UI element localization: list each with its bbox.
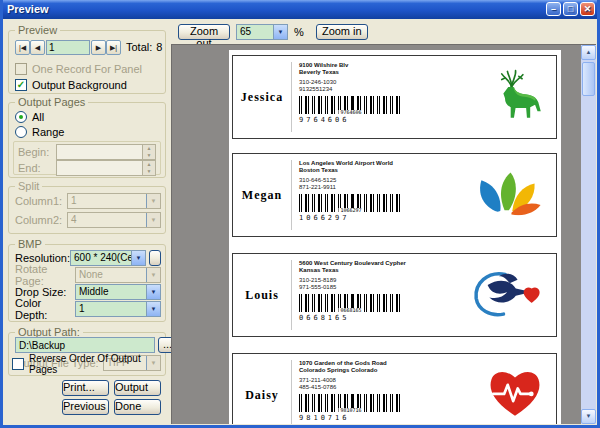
split-column2-combo[interactable]: 4 ▼ <box>67 212 161 228</box>
chevron-down-icon[interactable]: ▼ <box>146 213 160 227</box>
zoom-toolbar: Zoom out 65 ▼ % Zoom in <box>170 20 596 44</box>
card-phone2: 971-555-0185 <box>299 284 449 291</box>
card-address-line1: 1070 Garden of the Gods Road <box>299 360 449 367</box>
color-depth-combo[interactable]: 1 ▼ <box>75 301 161 317</box>
zoom-level-combo[interactable]: 65 ▼ <box>236 24 288 40</box>
barcode: 0668165 <box>299 294 403 312</box>
label-card[interactable]: Daisy 1070 Garden of the Gods Road Color… <box>232 353 557 424</box>
print-button[interactable]: Print... <box>62 380 109 396</box>
end-down-icon[interactable]: ▼ <box>143 168 155 175</box>
card-phone1: 310-215-8189 <box>299 277 449 284</box>
barcode: 1066297 <box>299 194 403 212</box>
begin-down-icon[interactable]: ▼ <box>143 152 155 159</box>
all-radio[interactable] <box>15 111 27 123</box>
vertical-scrollbar[interactable]: ▲ ▼ <box>581 45 596 424</box>
record-number-input[interactable] <box>46 40 90 55</box>
begin-spinner[interactable]: ▲▼ <box>56 144 156 160</box>
barcode-digits: 0668165 <box>299 314 449 322</box>
minimize-icon[interactable]: – <box>546 2 561 16</box>
chevron-down-icon[interactable]: ▼ <box>146 194 160 208</box>
bmp-group-label: BMP <box>15 238 45 250</box>
range-radio[interactable] <box>15 126 27 138</box>
drop-size-combo[interactable]: Middle ▼ <box>75 284 161 300</box>
divider <box>291 160 292 230</box>
output-pages-group-label: Output Pages <box>15 96 88 108</box>
card-address-line2: Boston Texas <box>299 167 449 174</box>
scroll-thumb[interactable] <box>582 62 595 96</box>
card-address-line1: 9100 Wilshire Blv <box>299 62 449 69</box>
resolution-settings-button[interactable] <box>149 250 161 266</box>
label-card[interactable]: Louis 5600 West Century Boulevard Cypher… <box>232 253 557 337</box>
card-name: Louis <box>233 254 291 336</box>
chevron-down-icon[interactable]: ▼ <box>273 25 287 39</box>
card-name: Megan <box>233 154 291 236</box>
card-address-line1: Los Angeles World Airport World <box>299 160 449 167</box>
output-background-label: Output Background <box>32 79 127 91</box>
reverse-order-checkbox[interactable] <box>12 358 24 370</box>
scroll-up-icon[interactable]: ▲ <box>581 45 596 60</box>
percent-label: % <box>294 26 304 38</box>
heart-pulse-icon <box>486 367 544 424</box>
barcode-digits: 9764606 <box>299 116 449 124</box>
close-icon[interactable]: ✕ <box>580 2 595 16</box>
nav-first-button[interactable]: |◀ <box>15 40 30 55</box>
label-card[interactable]: Jessica 9100 Wilshire Blv Beverly Texas … <box>232 55 557 139</box>
split-group-label: Split <box>15 180 42 192</box>
dove-heart-icon <box>470 268 544 322</box>
color-depth-label: Color Depth: <box>15 297 75 321</box>
card-phone1: 310-246-1030 <box>299 79 449 86</box>
split-column1-combo[interactable]: 1 ▼ <box>67 193 161 209</box>
chevron-down-icon[interactable]: ▼ <box>146 302 160 316</box>
output-button[interactable]: Output <box>114 380 161 396</box>
barcode: 9764606 <box>299 96 403 114</box>
card-address-line2: Kansas Texas <box>299 267 449 274</box>
previous-button[interactable]: Previous <box>62 399 109 415</box>
nav-last-button[interactable]: ▶| <box>106 40 121 55</box>
output-background-checkbox[interactable]: ✓ <box>15 79 27 91</box>
window-title: Preview <box>7 3 49 15</box>
label-card[interactable]: Megan Los Angeles World Airport World Bo… <box>232 153 557 237</box>
card-info: Los Angeles World Airport World Boston T… <box>299 160 449 222</box>
chevron-down-icon[interactable]: ▼ <box>146 285 160 299</box>
preview-viewport[interactable]: Jessica 9100 Wilshire Blv Beverly Texas … <box>171 44 596 424</box>
scroll-down-icon[interactable]: ▼ <box>581 409 596 424</box>
zoom-out-button[interactable]: Zoom out <box>178 24 230 40</box>
color-flower-icon <box>472 171 544 220</box>
end-spinner[interactable]: ▲▼ <box>56 160 156 176</box>
barcode-digits: 9810716 <box>299 414 449 422</box>
split-column1-label: Column1: <box>15 195 67 207</box>
one-record-checkbox[interactable] <box>15 63 27 75</box>
split-column2-label: Column2: <box>15 214 67 226</box>
card-phone2: 9132551234 <box>299 86 449 93</box>
preview-window: Preview – □ ✕ Preview |◀ ◀ ▶ ▶| Total: 8… <box>0 0 600 428</box>
chevron-down-icon[interactable]: ▼ <box>131 251 145 265</box>
card-phone1: 310-646-5125 <box>299 177 449 184</box>
range-box: Begin: ▲▼ End: ▲▼ <box>13 141 161 175</box>
barcode: 9810716 <box>299 394 403 412</box>
preview-group: Preview |◀ ◀ ▶ ▶| Total: 8 One Record Fo… <box>8 30 166 94</box>
card-phone1: 371-211-4008 <box>299 377 449 384</box>
total-label: Total: <box>126 41 152 53</box>
nav-next-button[interactable]: ▶ <box>91 40 106 55</box>
divider <box>291 62 292 132</box>
output-pages-group: Output Pages All Range Begin: ▲▼ End: <box>8 102 166 178</box>
card-phone2: 871-221-9911 <box>299 184 449 191</box>
nav-prev-button[interactable]: ◀ <box>30 40 45 55</box>
zoom-in-button[interactable]: Zoom in <box>316 24 368 40</box>
preview-group-label: Preview <box>15 24 60 36</box>
titlebar[interactable]: Preview – □ ✕ <box>0 0 600 19</box>
done-button[interactable]: Done <box>114 399 161 415</box>
card-address-line2: Beverly Texas <box>299 69 449 76</box>
chevron-down-icon[interactable]: ▼ <box>146 268 160 282</box>
output-path-input[interactable] <box>15 337 155 353</box>
end-up-icon[interactable]: ▲ <box>143 161 155 168</box>
rotate-page-combo[interactable]: None ▼ <box>75 267 161 283</box>
maximize-icon[interactable]: □ <box>563 2 578 16</box>
divider <box>291 360 292 424</box>
divider <box>291 260 292 330</box>
range-radio-label: Range <box>32 126 64 138</box>
resolution-combo[interactable]: 600 * 240(Cente ▼ <box>70 250 146 266</box>
card-name: Daisy <box>233 354 291 424</box>
options-sidebar: Preview |◀ ◀ ▶ ▶| Total: 8 One Record Fo… <box>4 20 170 424</box>
begin-up-icon[interactable]: ▲ <box>143 145 155 152</box>
